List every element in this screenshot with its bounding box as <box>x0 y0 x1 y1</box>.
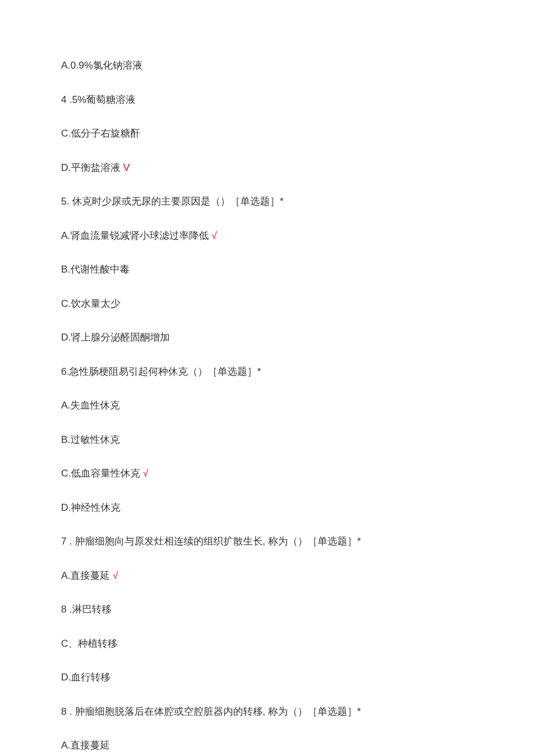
option-text: A.直接蔓延 <box>61 570 110 581</box>
option-text: D.肾上腺分泌醛固酮增加 <box>61 332 170 343</box>
option-text: A.直接蔓延 <box>61 740 110 751</box>
answer-option: C.低分子右旋糖酐 <box>61 126 474 141</box>
option-text: 8 .淋巴转移 <box>61 604 112 615</box>
option-text: 5. 休克时少尿或无尿的主要原因是（）［单选题］* <box>61 196 284 207</box>
answer-option: B.过敏性休克 <box>61 432 474 447</box>
option-text: 8 . 肿瘤细胞脱落后在体腔或空腔脏器内的转移, 称为（）［单选题］* <box>61 706 361 717</box>
answer-option: B.代谢性酸中毒 <box>61 262 474 277</box>
answer-option: A.失血性休克 <box>61 398 474 413</box>
option-text: A.失血性休克 <box>61 400 120 411</box>
option-text: D.血行转移 <box>61 672 110 683</box>
answer-option: D.平衡盐溶液 V <box>61 160 474 175</box>
option-text: B.代谢性酸中毒 <box>61 264 130 275</box>
option-text: D.神经性休克 <box>61 502 120 513</box>
option-text: 7 . 肿瘤细胞向与原发灶相连续的组织扩散生长, 称为（）［单选题］* <box>61 536 361 547</box>
question-text: 6.急性肠梗阻易引起何种休克（）［单选题］* <box>61 364 474 379</box>
correct-mark-icon: √ <box>110 570 118 581</box>
option-text: B.过敏性休克 <box>61 434 120 445</box>
correct-mark-icon: V <box>120 162 130 173</box>
option-text: D.平衡盐溶液 <box>61 162 120 173</box>
answer-option: A.直接蔓延 <box>61 738 474 753</box>
answer-option: A.0.9%氯化钠溶液 <box>61 58 474 73</box>
answer-option: C.饮水量太少 <box>61 296 474 311</box>
answer-option: C、种植转移 <box>61 636 474 651</box>
answer-option: 8 .淋巴转移 <box>61 602 474 617</box>
option-text: 6.急性肠梗阻易引起何种休克（）［单选题］* <box>61 366 261 377</box>
question-text: 8 . 肿瘤细胞脱落后在体腔或空腔脏器内的转移, 称为（）［单选题］* <box>61 704 474 719</box>
answer-option: C.低血容量性休克 √ <box>61 466 474 481</box>
correct-mark-icon: √ <box>140 468 148 479</box>
answer-option: A.直接蔓延 √ <box>61 568 474 583</box>
question-text: 7 . 肿瘤细胞向与原发灶相连续的组织扩散生长, 称为（）［单选题］* <box>61 534 474 549</box>
answer-option: D.神经性休克 <box>61 500 474 515</box>
answer-option: D.血行转移 <box>61 670 474 685</box>
option-text: C.低血容量性休克 <box>61 468 140 479</box>
option-text: C.饮水量太少 <box>61 298 120 309</box>
answer-option: 4 .5%葡萄糖溶液 <box>61 92 474 108</box>
document-content: A.0.9%氯化钠溶液4 .5%葡萄糖溶液C.低分子右旋糖酐D.平衡盐溶液 V5… <box>61 58 474 756</box>
option-text: A.肾血流量锐减肾小球滤过率降低 <box>61 230 209 241</box>
option-text: 4 .5%葡萄糖溶液 <box>61 94 135 105</box>
option-text: C.低分子右旋糖酐 <box>61 128 140 139</box>
answer-option: D.肾上腺分泌醛固酮增加 <box>61 330 474 345</box>
correct-mark-icon: √ <box>209 230 217 241</box>
question-text: 5. 休克时少尿或无尿的主要原因是（）［单选题］* <box>61 194 474 209</box>
option-text: A.0.9%氯化钠溶液 <box>61 60 142 71</box>
answer-option: A.肾血流量锐减肾小球滤过率降低 √ <box>61 228 474 243</box>
option-text: C、种植转移 <box>61 638 117 649</box>
